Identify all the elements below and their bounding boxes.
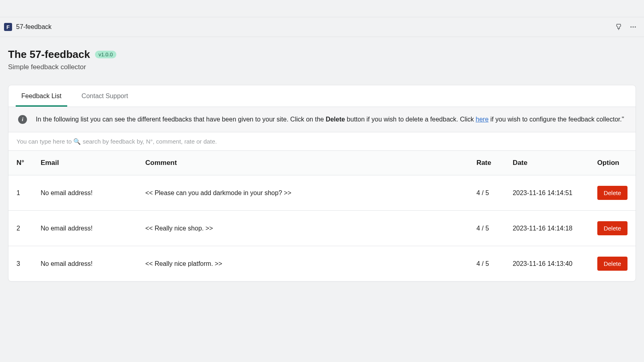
table-row: 3No email address!<< Really nice platfor… — [8, 246, 636, 282]
tabs: Feedback ListContact Support — [8, 85, 636, 107]
search-row — [8, 132, 636, 151]
svg-point-1 — [633, 27, 634, 28]
table-row: 1No email address!<< Please can you add … — [8, 175, 636, 211]
cell-date: 2023-11-16 14:14:18 — [505, 211, 589, 246]
info-text-part1: In the following list you can see the di… — [36, 116, 326, 123]
cell-email: No email address! — [33, 246, 137, 282]
cell-date: 2023-11-16 14:14:51 — [505, 175, 589, 211]
feedback-table: N°EmailCommentRateDateOption 1No email a… — [8, 151, 636, 281]
info-text-part3: if you wish to configure the feedback co… — [490, 116, 624, 123]
cell-comment: << Really nice platform. >> — [137, 246, 469, 282]
cell-rate: 4 / 5 — [469, 211, 505, 246]
cell-option: Delete — [589, 246, 636, 282]
content: The 57-feedback v1.0.0 Simple feedback c… — [0, 37, 644, 293]
svg-point-0 — [630, 27, 632, 28]
more-icon[interactable] — [630, 23, 637, 31]
cell-option: Delete — [589, 211, 636, 246]
pin-icon[interactable] — [615, 23, 622, 31]
table-body: 1No email address!<< Please can you add … — [8, 175, 636, 282]
cell-comment: << Really nice shop. >> — [137, 211, 469, 246]
app-name: 57-feedback — [16, 23, 52, 31]
cell-rate: 4 / 5 — [469, 246, 505, 282]
info-text: In the following list you can see the di… — [36, 114, 624, 125]
app-logo-icon: F — [4, 23, 12, 31]
delete-button[interactable]: Delete — [597, 221, 627, 235]
cell-email: No email address! — [33, 175, 137, 211]
tab-feedback-list[interactable]: Feedback List — [16, 85, 67, 107]
search-input[interactable] — [17, 138, 627, 145]
page-title: The 57-feedback — [8, 48, 90, 61]
cell-num: 1 — [8, 175, 33, 211]
info-icon: i — [18, 115, 27, 124]
cell-date: 2023-11-16 14:13:40 — [505, 246, 589, 282]
tab-contact-support[interactable]: Contact Support — [76, 85, 134, 107]
table-row: 2No email address!<< Really nice shop. >… — [8, 211, 636, 246]
cell-comment: << Please can you add darkmode in your s… — [137, 175, 469, 211]
info-text-bold: Delete — [326, 116, 345, 123]
col-header-n: N° — [8, 151, 33, 175]
main-card: Feedback ListContact Support i In the fo… — [8, 85, 636, 282]
cell-num: 3 — [8, 246, 33, 282]
col-header-email: Email — [33, 151, 137, 175]
configure-link[interactable]: here — [476, 116, 489, 123]
cell-num: 2 — [8, 211, 33, 246]
svg-point-2 — [635, 27, 636, 28]
col-header-option: Option — [589, 151, 636, 175]
table-header-row: N°EmailCommentRateDateOption — [8, 151, 636, 175]
topbar: F 57-feedback — [0, 17, 644, 37]
version-badge: v1.0.0 — [95, 51, 116, 58]
delete-button[interactable]: Delete — [597, 186, 627, 200]
col-header-comment: Comment — [137, 151, 469, 175]
col-header-date: Date — [505, 151, 589, 175]
cell-email: No email address! — [33, 211, 137, 246]
info-text-part2: button if you wish to delete a feedback.… — [345, 116, 476, 123]
cell-rate: 4 / 5 — [469, 175, 505, 211]
heading-row: The 57-feedback v1.0.0 — [8, 48, 636, 61]
delete-button[interactable]: Delete — [597, 257, 627, 271]
info-banner: i In the following list you can see the … — [8, 107, 636, 132]
col-header-rate: Rate — [469, 151, 505, 175]
cell-option: Delete — [589, 175, 636, 211]
page-subtitle: Simple feedback collector — [8, 63, 636, 71]
topbar-right — [615, 23, 637, 31]
topbar-left: F 57-feedback — [4, 23, 52, 31]
